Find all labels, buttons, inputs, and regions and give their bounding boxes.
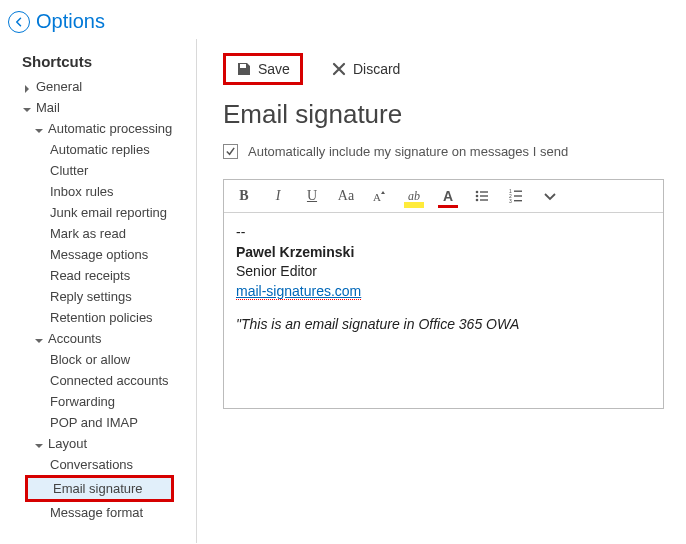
highlight-button[interactable]: ab bbox=[404, 186, 424, 206]
nav-label: Automatic processing bbox=[48, 121, 172, 136]
signature-editor: B I U Aa A ab A 123 -- Pawel Krzeminski … bbox=[223, 179, 664, 409]
nav-label: Forwarding bbox=[50, 394, 115, 409]
sidebar-item-mail[interactable]: Mail bbox=[0, 97, 196, 118]
page-title: Email signature bbox=[223, 99, 664, 130]
caret-down-icon bbox=[34, 124, 44, 134]
sidebar-item-email-signature[interactable]: Email signature bbox=[28, 478, 171, 499]
nav-label: Message options bbox=[50, 247, 148, 262]
nav-label: Message format bbox=[50, 505, 143, 520]
sidebar: Shortcuts General Mail Automatic process… bbox=[0, 39, 196, 543]
sidebar-item-msg-options[interactable]: Message options bbox=[0, 244, 196, 265]
save-button[interactable]: Save bbox=[230, 58, 296, 80]
bold-button[interactable]: B bbox=[234, 186, 254, 206]
sidebar-item-conversations[interactable]: Conversations bbox=[0, 454, 196, 475]
numbering-button[interactable]: 123 bbox=[506, 186, 526, 206]
svg-rect-12 bbox=[514, 200, 522, 201]
svg-rect-6 bbox=[480, 199, 488, 200]
sig-name: Pawel Krzeminski bbox=[236, 243, 651, 263]
svg-point-3 bbox=[476, 195, 479, 198]
sidebar-item-general[interactable]: General bbox=[0, 76, 196, 97]
discard-label: Discard bbox=[353, 61, 400, 77]
sidebar-item-read-receipts[interactable]: Read receipts bbox=[0, 265, 196, 286]
caret-down-icon bbox=[22, 103, 32, 113]
nav-label: POP and IMAP bbox=[50, 415, 138, 430]
sig-quote: "This is an email signature in Office 36… bbox=[236, 315, 651, 335]
save-label: Save bbox=[258, 61, 290, 77]
page-header-title: Options bbox=[36, 10, 105, 33]
sidebar-item-mark-read[interactable]: Mark as read bbox=[0, 223, 196, 244]
sidebar-item-inbox-rules[interactable]: Inbox rules bbox=[0, 181, 196, 202]
svg-point-1 bbox=[476, 191, 479, 194]
nav-label: Retention policies bbox=[50, 310, 153, 325]
sidebar-item-block-allow[interactable]: Block or allow bbox=[0, 349, 196, 370]
font-color-button[interactable]: A bbox=[438, 186, 458, 206]
nav-label: Conversations bbox=[50, 457, 133, 472]
nav-label: Mark as read bbox=[50, 226, 126, 241]
annotation-highlight-save: Save bbox=[223, 53, 303, 85]
sidebar-heading: Shortcuts bbox=[0, 49, 196, 76]
back-button[interactable] bbox=[8, 11, 30, 33]
checkmark-icon bbox=[225, 146, 236, 157]
caret-right-icon bbox=[22, 82, 32, 92]
nav-label: Layout bbox=[48, 436, 87, 451]
caret-down-icon bbox=[34, 334, 44, 344]
sidebar-item-pop-imap[interactable]: POP and IMAP bbox=[0, 412, 196, 433]
chevron-down-icon bbox=[542, 188, 558, 204]
main-panel: Save Discard Email signature Automatical… bbox=[197, 39, 686, 543]
svg-text:3: 3 bbox=[509, 198, 512, 204]
nav-label: Junk email reporting bbox=[50, 205, 167, 220]
font-size-button[interactable]: Aa bbox=[336, 186, 356, 206]
checkbox-label: Automatically include my signature on me… bbox=[248, 144, 568, 159]
nav-label: Mail bbox=[36, 100, 60, 115]
svg-point-5 bbox=[476, 199, 479, 202]
svg-text:A: A bbox=[373, 191, 381, 203]
save-icon bbox=[236, 61, 252, 77]
nav-label: Inbox rules bbox=[50, 184, 114, 199]
sidebar-item-retention[interactable]: Retention policies bbox=[0, 307, 196, 328]
nav-label: Accounts bbox=[48, 331, 101, 346]
nav-label: Reply settings bbox=[50, 289, 132, 304]
auto-include-checkbox[interactable] bbox=[223, 144, 238, 159]
font-grow-button[interactable]: A bbox=[370, 186, 390, 206]
nav-label: Read receipts bbox=[50, 268, 130, 283]
svg-rect-4 bbox=[480, 195, 488, 196]
sidebar-item-connected[interactable]: Connected accounts bbox=[0, 370, 196, 391]
more-formatting-button[interactable] bbox=[540, 186, 560, 206]
editor-toolbar: B I U Aa A ab A 123 bbox=[224, 180, 663, 213]
sidebar-item-forwarding[interactable]: Forwarding bbox=[0, 391, 196, 412]
close-icon bbox=[331, 61, 347, 77]
sidebar-item-auto-replies[interactable]: Automatic replies bbox=[0, 139, 196, 160]
svg-rect-2 bbox=[480, 191, 488, 192]
caret-down-icon bbox=[34, 439, 44, 449]
signature-textarea[interactable]: -- Pawel Krzeminski Senior Editor mail-s… bbox=[224, 213, 663, 345]
nav-label: Email signature bbox=[53, 481, 143, 496]
sidebar-item-msg-format[interactable]: Message format bbox=[0, 502, 196, 523]
underline-button[interactable]: U bbox=[302, 186, 322, 206]
sidebar-item-accounts[interactable]: Accounts bbox=[0, 328, 196, 349]
sidebar-item-layout[interactable]: Layout bbox=[0, 433, 196, 454]
nav-label: Block or allow bbox=[50, 352, 130, 367]
sidebar-item-clutter[interactable]: Clutter bbox=[0, 160, 196, 181]
italic-button[interactable]: I bbox=[268, 186, 288, 206]
nav-label: Automatic replies bbox=[50, 142, 150, 157]
sig-title: Senior Editor bbox=[236, 262, 651, 282]
sig-separator: -- bbox=[236, 223, 651, 243]
svg-rect-8 bbox=[514, 191, 522, 192]
bullets-button[interactable] bbox=[472, 186, 492, 206]
sig-link[interactable]: mail-signatures.com bbox=[236, 283, 361, 300]
nav-label: Connected accounts bbox=[50, 373, 169, 388]
sidebar-item-junk[interactable]: Junk email reporting bbox=[0, 202, 196, 223]
nav-label: Clutter bbox=[50, 163, 88, 178]
sidebar-item-reply-settings[interactable]: Reply settings bbox=[0, 286, 196, 307]
discard-button[interactable]: Discard bbox=[325, 58, 406, 80]
svg-rect-10 bbox=[514, 195, 522, 196]
annotation-highlight-sidebar: Email signature bbox=[25, 475, 174, 502]
nav-label: General bbox=[36, 79, 82, 94]
sidebar-item-auto-processing[interactable]: Automatic processing bbox=[0, 118, 196, 139]
arrow-left-icon bbox=[13, 16, 25, 28]
